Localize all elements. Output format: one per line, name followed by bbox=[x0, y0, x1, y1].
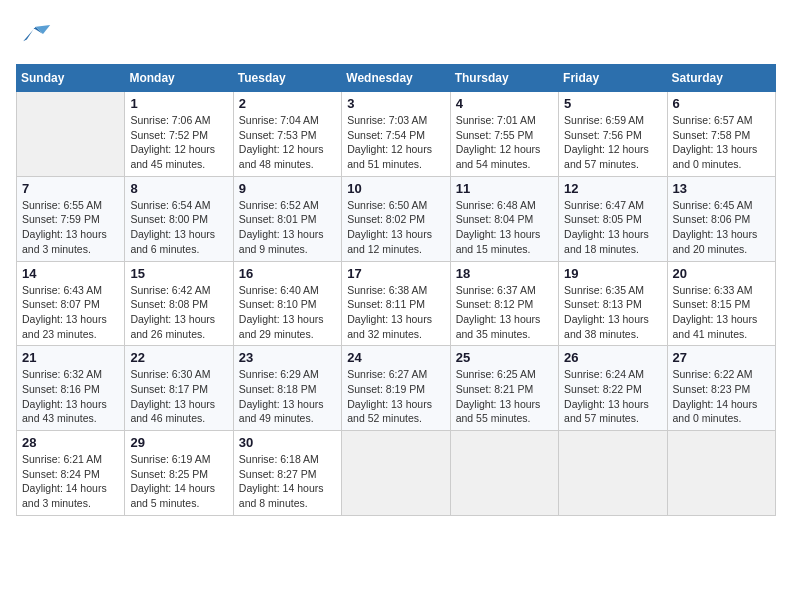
calendar-day-cell: 20Sunrise: 6:33 AMSunset: 8:15 PMDayligh… bbox=[667, 261, 775, 346]
day-number: 8 bbox=[130, 181, 227, 196]
calendar-day-cell: 24Sunrise: 6:27 AMSunset: 8:19 PMDayligh… bbox=[342, 346, 450, 431]
calendar-body: 1Sunrise: 7:06 AMSunset: 7:52 PMDaylight… bbox=[17, 92, 776, 516]
calendar-day-cell: 3Sunrise: 7:03 AMSunset: 7:54 PMDaylight… bbox=[342, 92, 450, 177]
day-info: Sunrise: 6:19 AMSunset: 8:25 PMDaylight:… bbox=[130, 452, 227, 511]
calendar-day-cell: 27Sunrise: 6:22 AMSunset: 8:23 PMDayligh… bbox=[667, 346, 775, 431]
day-info: Sunrise: 6:25 AMSunset: 8:21 PMDaylight:… bbox=[456, 367, 553, 426]
day-info: Sunrise: 6:40 AMSunset: 8:10 PMDaylight:… bbox=[239, 283, 336, 342]
calendar-week-row: 14Sunrise: 6:43 AMSunset: 8:07 PMDayligh… bbox=[17, 261, 776, 346]
logo bbox=[16, 16, 56, 52]
calendar-day-cell bbox=[342, 431, 450, 516]
day-info: Sunrise: 6:24 AMSunset: 8:22 PMDaylight:… bbox=[564, 367, 661, 426]
day-info: Sunrise: 6:52 AMSunset: 8:01 PMDaylight:… bbox=[239, 198, 336, 257]
day-number: 15 bbox=[130, 266, 227, 281]
calendar-day-cell: 11Sunrise: 6:48 AMSunset: 8:04 PMDayligh… bbox=[450, 176, 558, 261]
day-number: 1 bbox=[130, 96, 227, 111]
day-info: Sunrise: 6:33 AMSunset: 8:15 PMDaylight:… bbox=[673, 283, 770, 342]
calendar-day-cell: 7Sunrise: 6:55 AMSunset: 7:59 PMDaylight… bbox=[17, 176, 125, 261]
day-number: 30 bbox=[239, 435, 336, 450]
page-header bbox=[16, 16, 776, 52]
weekday-header-cell: Monday bbox=[125, 65, 233, 92]
calendar-table: SundayMondayTuesdayWednesdayThursdayFrid… bbox=[16, 64, 776, 516]
day-number: 22 bbox=[130, 350, 227, 365]
day-info: Sunrise: 6:47 AMSunset: 8:05 PMDaylight:… bbox=[564, 198, 661, 257]
day-number: 23 bbox=[239, 350, 336, 365]
day-info: Sunrise: 6:38 AMSunset: 8:11 PMDaylight:… bbox=[347, 283, 444, 342]
day-info: Sunrise: 7:03 AMSunset: 7:54 PMDaylight:… bbox=[347, 113, 444, 172]
day-info: Sunrise: 6:54 AMSunset: 8:00 PMDaylight:… bbox=[130, 198, 227, 257]
weekday-header-cell: Thursday bbox=[450, 65, 558, 92]
day-info: Sunrise: 6:59 AMSunset: 7:56 PMDaylight:… bbox=[564, 113, 661, 172]
calendar-day-cell: 15Sunrise: 6:42 AMSunset: 8:08 PMDayligh… bbox=[125, 261, 233, 346]
day-number: 29 bbox=[130, 435, 227, 450]
day-number: 25 bbox=[456, 350, 553, 365]
weekday-header-cell: Tuesday bbox=[233, 65, 341, 92]
calendar-day-cell: 19Sunrise: 6:35 AMSunset: 8:13 PMDayligh… bbox=[559, 261, 667, 346]
day-number: 26 bbox=[564, 350, 661, 365]
day-number: 16 bbox=[239, 266, 336, 281]
calendar-day-cell: 29Sunrise: 6:19 AMSunset: 8:25 PMDayligh… bbox=[125, 431, 233, 516]
calendar-day-cell: 13Sunrise: 6:45 AMSunset: 8:06 PMDayligh… bbox=[667, 176, 775, 261]
day-number: 24 bbox=[347, 350, 444, 365]
day-info: Sunrise: 6:45 AMSunset: 8:06 PMDaylight:… bbox=[673, 198, 770, 257]
calendar-day-cell: 30Sunrise: 6:18 AMSunset: 8:27 PMDayligh… bbox=[233, 431, 341, 516]
calendar-day-cell: 16Sunrise: 6:40 AMSunset: 8:10 PMDayligh… bbox=[233, 261, 341, 346]
day-number: 10 bbox=[347, 181, 444, 196]
weekday-header-cell: Saturday bbox=[667, 65, 775, 92]
day-number: 3 bbox=[347, 96, 444, 111]
day-number: 13 bbox=[673, 181, 770, 196]
calendar-day-cell: 22Sunrise: 6:30 AMSunset: 8:17 PMDayligh… bbox=[125, 346, 233, 431]
day-info: Sunrise: 6:21 AMSunset: 8:24 PMDaylight:… bbox=[22, 452, 119, 511]
day-info: Sunrise: 6:50 AMSunset: 8:02 PMDaylight:… bbox=[347, 198, 444, 257]
calendar-day-cell: 17Sunrise: 6:38 AMSunset: 8:11 PMDayligh… bbox=[342, 261, 450, 346]
calendar-day-cell bbox=[667, 431, 775, 516]
calendar-day-cell: 12Sunrise: 6:47 AMSunset: 8:05 PMDayligh… bbox=[559, 176, 667, 261]
calendar-week-row: 1Sunrise: 7:06 AMSunset: 7:52 PMDaylight… bbox=[17, 92, 776, 177]
day-number: 19 bbox=[564, 266, 661, 281]
calendar-day-cell: 5Sunrise: 6:59 AMSunset: 7:56 PMDaylight… bbox=[559, 92, 667, 177]
day-number: 7 bbox=[22, 181, 119, 196]
calendar-day-cell: 28Sunrise: 6:21 AMSunset: 8:24 PMDayligh… bbox=[17, 431, 125, 516]
calendar-day-cell: 2Sunrise: 7:04 AMSunset: 7:53 PMDaylight… bbox=[233, 92, 341, 177]
day-info: Sunrise: 6:43 AMSunset: 8:07 PMDaylight:… bbox=[22, 283, 119, 342]
calendar-day-cell: 8Sunrise: 6:54 AMSunset: 8:00 PMDaylight… bbox=[125, 176, 233, 261]
weekday-header-cell: Friday bbox=[559, 65, 667, 92]
day-number: 6 bbox=[673, 96, 770, 111]
day-number: 21 bbox=[22, 350, 119, 365]
day-info: Sunrise: 6:37 AMSunset: 8:12 PMDaylight:… bbox=[456, 283, 553, 342]
weekday-header-cell: Wednesday bbox=[342, 65, 450, 92]
day-info: Sunrise: 6:55 AMSunset: 7:59 PMDaylight:… bbox=[22, 198, 119, 257]
calendar-week-row: 7Sunrise: 6:55 AMSunset: 7:59 PMDaylight… bbox=[17, 176, 776, 261]
day-number: 12 bbox=[564, 181, 661, 196]
day-info: Sunrise: 6:48 AMSunset: 8:04 PMDaylight:… bbox=[456, 198, 553, 257]
day-number: 18 bbox=[456, 266, 553, 281]
calendar-week-row: 21Sunrise: 6:32 AMSunset: 8:16 PMDayligh… bbox=[17, 346, 776, 431]
day-info: Sunrise: 7:01 AMSunset: 7:55 PMDaylight:… bbox=[456, 113, 553, 172]
day-info: Sunrise: 6:18 AMSunset: 8:27 PMDaylight:… bbox=[239, 452, 336, 511]
calendar-day-cell: 4Sunrise: 7:01 AMSunset: 7:55 PMDaylight… bbox=[450, 92, 558, 177]
calendar-day-cell: 10Sunrise: 6:50 AMSunset: 8:02 PMDayligh… bbox=[342, 176, 450, 261]
day-info: Sunrise: 6:57 AMSunset: 7:58 PMDaylight:… bbox=[673, 113, 770, 172]
calendar-day-cell: 23Sunrise: 6:29 AMSunset: 8:18 PMDayligh… bbox=[233, 346, 341, 431]
day-number: 4 bbox=[456, 96, 553, 111]
day-info: Sunrise: 7:04 AMSunset: 7:53 PMDaylight:… bbox=[239, 113, 336, 172]
day-info: Sunrise: 6:35 AMSunset: 8:13 PMDaylight:… bbox=[564, 283, 661, 342]
calendar-day-cell: 26Sunrise: 6:24 AMSunset: 8:22 PMDayligh… bbox=[559, 346, 667, 431]
calendar-day-cell: 21Sunrise: 6:32 AMSunset: 8:16 PMDayligh… bbox=[17, 346, 125, 431]
day-info: Sunrise: 6:42 AMSunset: 8:08 PMDaylight:… bbox=[130, 283, 227, 342]
calendar-day-cell bbox=[17, 92, 125, 177]
calendar-day-cell: 18Sunrise: 6:37 AMSunset: 8:12 PMDayligh… bbox=[450, 261, 558, 346]
day-number: 11 bbox=[456, 181, 553, 196]
calendar-day-cell: 9Sunrise: 6:52 AMSunset: 8:01 PMDaylight… bbox=[233, 176, 341, 261]
day-info: Sunrise: 6:27 AMSunset: 8:19 PMDaylight:… bbox=[347, 367, 444, 426]
day-number: 5 bbox=[564, 96, 661, 111]
day-number: 28 bbox=[22, 435, 119, 450]
day-number: 9 bbox=[239, 181, 336, 196]
calendar-day-cell bbox=[559, 431, 667, 516]
day-number: 27 bbox=[673, 350, 770, 365]
day-number: 2 bbox=[239, 96, 336, 111]
day-info: Sunrise: 6:32 AMSunset: 8:16 PMDaylight:… bbox=[22, 367, 119, 426]
logo-icon bbox=[16, 16, 52, 52]
day-info: Sunrise: 6:29 AMSunset: 8:18 PMDaylight:… bbox=[239, 367, 336, 426]
calendar-day-cell: 25Sunrise: 6:25 AMSunset: 8:21 PMDayligh… bbox=[450, 346, 558, 431]
